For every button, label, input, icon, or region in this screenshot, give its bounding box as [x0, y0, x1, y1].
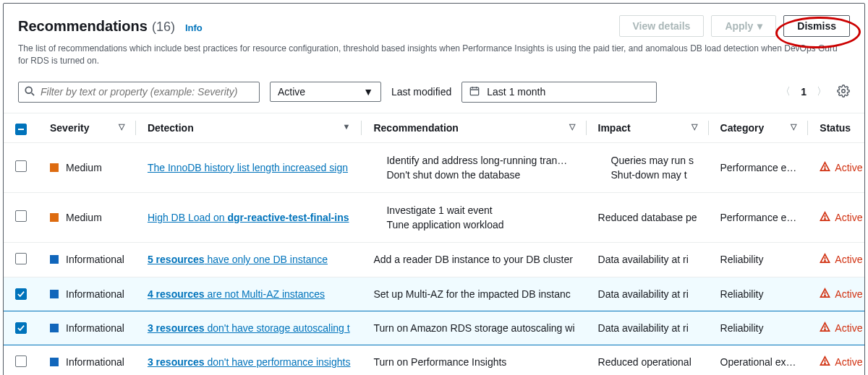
dismiss-button[interactable]: Dismiss: [783, 15, 850, 37]
page-title: Recommendations: [18, 18, 148, 35]
detection-link[interactable]: High DB Load on dgr-reactive-test-final-…: [148, 212, 349, 223]
prev-page-button[interactable]: 〈: [780, 85, 791, 98]
impact-item: Shut-down may t: [611, 168, 697, 182]
recommendation-item: Identify and address long-running transa: [386, 153, 567, 168]
recommendation-item: Tune application workload: [386, 217, 567, 232]
sort-caret-icon: ▽: [569, 122, 575, 132]
row-checkbox[interactable]: [15, 288, 27, 300]
severity-indicator-icon: [50, 213, 59, 222]
col-category[interactable]: Category▽: [709, 113, 809, 142]
svg-point-12: [825, 261, 825, 262]
status-text: Active: [835, 254, 862, 265]
impact-text: Reduced operational: [587, 345, 709, 375]
severity-label: Medium: [66, 212, 102, 223]
date-range-value: Last 1 month: [487, 86, 545, 98]
last-modified-label: Last modified: [391, 86, 451, 98]
status-text: Active: [835, 212, 862, 223]
calendar-icon: [469, 86, 480, 98]
pagination: 〈 1 〉: [780, 85, 827, 98]
impact-item: Queries may run s: [611, 153, 697, 168]
apply-label: Apply: [725, 20, 753, 32]
recommendation-item: Don't shut down the database: [386, 168, 567, 182]
category-text: Reliability: [709, 311, 809, 345]
detection-link[interactable]: 3 resources don't have storage autoscali…: [148, 322, 350, 334]
table-row: Informational4 resources are not Multi-A…: [4, 277, 865, 311]
select-all-checkbox[interactable]: [15, 124, 27, 135]
severity-label: Informational: [66, 322, 124, 334]
count-badge: (16): [152, 20, 175, 35]
warning-triangle-icon: [820, 211, 830, 224]
impact-text: Data availability at ri: [587, 242, 709, 277]
impact-text: Data availability at ri: [587, 277, 709, 311]
recommendation-text: Set up Multi-AZ for the impacted DB inst…: [362, 277, 586, 311]
svg-rect-2: [471, 87, 479, 95]
table-row: Informational5 resources have only one D…: [4, 242, 865, 277]
warning-triangle-icon: [820, 288, 830, 301]
filter-input-wrapper[interactable]: [18, 82, 260, 103]
severity-indicator-icon: [50, 290, 59, 298]
category-text: Performance e…: [709, 142, 809, 192]
severity-label: Medium: [66, 162, 102, 173]
caret-down-icon: ▾: [757, 20, 762, 32]
category-text: Reliability: [709, 242, 809, 277]
severity-indicator-icon: [50, 324, 59, 332]
info-link[interactable]: Info: [185, 22, 203, 33]
row-checkbox[interactable]: [15, 322, 27, 334]
svg-line-1: [32, 92, 35, 95]
row-checkbox[interactable]: [15, 210, 27, 222]
severity-indicator-icon: [50, 255, 59, 264]
row-checkbox[interactable]: [15, 253, 27, 264]
warning-triangle-icon: [820, 322, 830, 335]
recommendations-panel: Recommendations (16) Info View details A…: [3, 3, 865, 375]
row-checkbox[interactable]: [15, 160, 27, 172]
table-row: MediumThe InnoDB history list length inc…: [4, 142, 865, 192]
severity-label: Informational: [66, 254, 124, 265]
severity-label: Informational: [66, 288, 124, 300]
svg-point-10: [825, 218, 825, 219]
col-severity[interactable]: Severity▽: [38, 113, 136, 142]
row-checkbox[interactable]: [15, 355, 27, 367]
view-details-button[interactable]: View details: [619, 15, 705, 37]
status-text: Active: [835, 322, 862, 334]
col-impact[interactable]: Impact▽: [587, 113, 709, 142]
apply-button[interactable]: Apply ▾: [711, 15, 776, 37]
severity-indicator-icon: [50, 358, 59, 366]
table-row: MediumHigh DB Load on dgr-reactive-test-…: [4, 192, 865, 242]
next-page-button[interactable]: 〉: [817, 85, 827, 98]
status-select[interactable]: Active ▼: [270, 82, 381, 102]
status-text: Active: [835, 356, 862, 368]
status-text: Active: [835, 162, 862, 173]
svg-point-6: [842, 89, 846, 92]
severity-label: Informational: [66, 356, 124, 368]
svg-point-8: [825, 168, 825, 169]
category-text: Reliability: [709, 277, 809, 311]
detection-link[interactable]: 5 resources have only one DB instance: [148, 254, 328, 265]
svg-point-0: [25, 87, 32, 93]
col-status[interactable]: Status: [808, 113, 865, 142]
category-text: Operational ex…: [709, 345, 809, 375]
col-detection[interactable]: Detection▼: [136, 113, 362, 142]
recommendation-text: Add a reader DB instance to your DB clus…: [362, 242, 586, 277]
date-range-select[interactable]: Last 1 month: [461, 82, 657, 103]
sort-caret-icon: ▽: [791, 122, 796, 132]
status-text: Active: [835, 288, 862, 300]
toolbar: Active ▼ Last modified Last 1 month 〈 1 …: [4, 73, 864, 113]
detection-link[interactable]: The InnoDB history list length increased…: [148, 162, 348, 173]
filter-input[interactable]: [41, 86, 253, 98]
table-row: Informational3 resources don't have stor…: [4, 311, 865, 345]
sort-caret-icon: ▽: [692, 122, 697, 132]
impact-text: Data availability at ri: [587, 311, 709, 345]
settings-button[interactable]: [837, 85, 850, 100]
svg-point-16: [825, 329, 825, 329]
col-recommendation[interactable]: Recommendation▽: [362, 113, 586, 142]
table-row: Informational3 resources don't have perf…: [4, 345, 865, 375]
category-text: Performance e…: [709, 192, 809, 242]
detection-link[interactable]: 3 resources don't have performance insig…: [148, 356, 351, 368]
caret-down-icon: ▼: [363, 86, 373, 98]
detection-link[interactable]: 4 resources are not Multi-AZ instances: [148, 288, 325, 300]
severity-indicator-icon: [50, 163, 59, 172]
svg-point-18: [825, 363, 825, 364]
panel-header: Recommendations (16) Info View details A…: [4, 4, 864, 73]
recommendation-text: Turn on Performance Insights: [362, 345, 586, 375]
recommendation-item: Investigate 1 wait event: [386, 203, 567, 217]
